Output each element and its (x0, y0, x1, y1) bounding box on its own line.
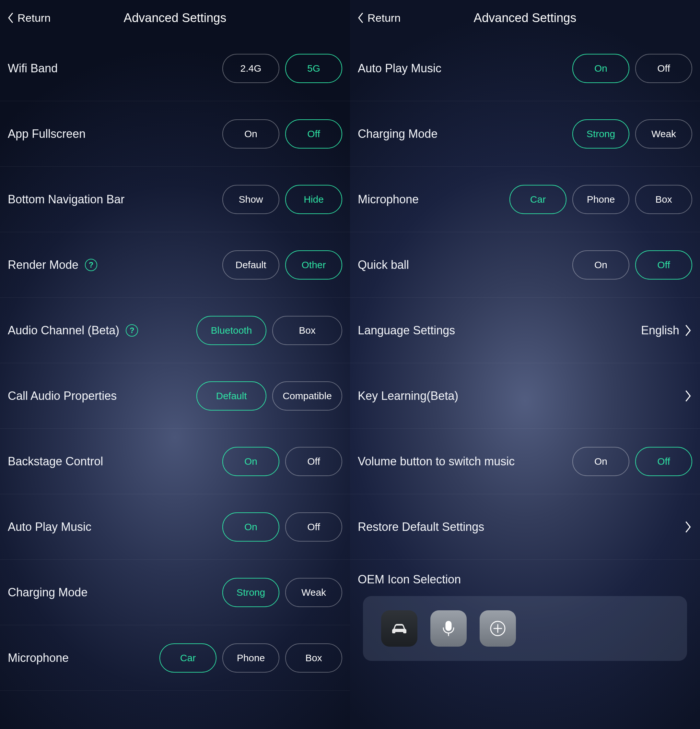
option-off[interactable]: Off (635, 447, 692, 476)
option-show[interactable]: Show (222, 185, 279, 214)
setting-row-quick-ball: Quick ballOnOff (350, 232, 700, 298)
setting-label: Microphone (358, 193, 419, 206)
help-icon[interactable]: ? (85, 259, 97, 271)
return-label: Return (17, 12, 51, 24)
setting-label: Bottom Navigation Bar (8, 193, 125, 206)
chevron-right-icon (684, 520, 692, 534)
header: Return Advanced Settings (0, 0, 350, 36)
option-off[interactable]: Off (285, 447, 342, 476)
setting-label: Call Audio Properties (8, 389, 117, 403)
option-car[interactable]: Car (509, 185, 567, 214)
restore-defaults-row[interactable]: Restore Default Settings (350, 494, 700, 560)
return-button[interactable]: Return (357, 12, 400, 24)
header: Return Advanced Settings (350, 0, 700, 36)
mic-icon (438, 618, 459, 639)
setting-label: Auto Play Music (358, 62, 441, 75)
option-default[interactable]: Default (196, 381, 267, 411)
option-weak[interactable]: Weak (635, 119, 692, 148)
volume-switch-label: Volume button to switch music (358, 455, 514, 468)
setting-label: Audio Channel (Beta) (8, 324, 119, 337)
setting-label: Backstage Control (8, 455, 103, 468)
help-icon[interactable]: ? (126, 324, 138, 337)
setting-label: App Fullscreen (8, 127, 86, 141)
setting-row-call-audio-properties: Call Audio PropertiesDefaultCompatible (0, 363, 350, 429)
option-default[interactable]: Default (222, 250, 279, 280)
option-box[interactable]: Box (272, 316, 342, 345)
setting-label: Auto Play Music (8, 520, 91, 534)
setting-row-auto-play-music: Auto Play MusicOnOff (350, 36, 700, 101)
chevron-right-icon (684, 324, 692, 337)
setting-row-charging-mode: Charging ModeStrongWeak (0, 560, 350, 625)
oem-icon-mic[interactable] (430, 610, 467, 647)
option-off[interactable]: Off (285, 119, 342, 148)
option-on[interactable]: On (222, 513, 279, 542)
chevron-left-icon (357, 12, 365, 24)
option-weak[interactable]: Weak (285, 578, 342, 607)
settings-panel-left: Return Advanced Settings Wifi Band2.4G5G… (0, 0, 350, 729)
setting-row-bottom-navigation-bar: Bottom Navigation BarShowHide (0, 167, 350, 232)
option-car[interactable]: Car (159, 643, 216, 672)
setting-row-backstage-control: Backstage ControlOnOff (0, 429, 350, 494)
setting-row-app-fullscreen: App FullscreenOnOff (0, 101, 350, 167)
setting-label: Charging Mode (8, 586, 87, 599)
setting-label: Microphone (8, 651, 69, 665)
oem-icon-panel (363, 596, 687, 661)
option-phone[interactable]: Phone (222, 643, 279, 672)
setting-row-wifi-band: Wifi Band2.4G5G (0, 36, 350, 101)
option-on[interactable]: On (222, 119, 279, 148)
language-label: Language Settings (358, 324, 455, 337)
setting-row-microphone: MicrophoneCarPhoneBox (350, 167, 700, 232)
key-learning-label: Key Learning(Beta) (358, 389, 458, 403)
option-5g[interactable]: 5G (285, 54, 342, 83)
settings-list-right: Auto Play MusicOnOffCharging ModeStrongW… (350, 36, 700, 298)
page-title: Advanced Settings (124, 11, 226, 25)
option-on[interactable]: On (572, 447, 629, 476)
option-on[interactable]: On (572, 54, 629, 83)
oem-icon-car[interactable] (381, 610, 417, 647)
chevron-left-icon (6, 12, 15, 24)
setting-label: Wifi Band (8, 62, 58, 75)
svg-rect-0 (446, 622, 451, 630)
settings-list-left: Wifi Band2.4G5GApp FullscreenOnOffBottom… (0, 36, 350, 691)
option-off[interactable]: Off (635, 54, 692, 83)
language-settings-row[interactable]: Language Settings English (350, 298, 700, 363)
setting-label: Charging Mode (358, 127, 438, 141)
option-on[interactable]: On (222, 447, 279, 476)
restore-label: Restore Default Settings (358, 520, 484, 534)
option-bluetooth[interactable]: Bluetooth (196, 316, 267, 345)
setting-label: Render Mode (8, 258, 78, 272)
car-icon (389, 618, 410, 639)
language-value: English (641, 324, 679, 337)
return-button[interactable]: Return (6, 12, 51, 24)
setting-row-microphone: MicrophoneCarPhoneBox (0, 625, 350, 691)
volume-switch-row: Volume button to switch music OnOff (350, 429, 700, 494)
oem-section-label: OEM Icon Selection (350, 560, 700, 596)
settings-panel-right: Return Advanced Settings Auto Play Music… (350, 0, 700, 729)
option-phone[interactable]: Phone (572, 185, 629, 214)
option-off[interactable]: Off (635, 250, 692, 280)
option-strong[interactable]: Strong (222, 578, 279, 607)
oem-icon-add[interactable] (480, 610, 516, 647)
setting-row-render-mode: Render Mode?DefaultOther (0, 232, 350, 298)
option-box[interactable]: Box (635, 185, 692, 214)
plus-icon (487, 618, 508, 639)
setting-row-auto-play-music: Auto Play MusicOnOff (0, 494, 350, 560)
option-hide[interactable]: Hide (285, 185, 342, 214)
setting-row-charging-mode: Charging ModeStrongWeak (350, 101, 700, 167)
option-box[interactable]: Box (285, 643, 342, 672)
setting-row-audio-channel-beta: Audio Channel (Beta)?BluetoothBox (0, 298, 350, 363)
option-2-4g[interactable]: 2.4G (222, 54, 279, 83)
option-strong[interactable]: Strong (572, 119, 629, 148)
option-compatible[interactable]: Compatible (272, 381, 342, 411)
option-on[interactable]: On (572, 250, 629, 280)
chevron-right-icon (684, 389, 692, 403)
page-title: Advanced Settings (474, 11, 577, 25)
setting-label: Quick ball (358, 258, 409, 272)
option-off[interactable]: Off (285, 513, 342, 542)
option-other[interactable]: Other (285, 250, 342, 280)
key-learning-row[interactable]: Key Learning(Beta) (350, 363, 700, 429)
return-label: Return (368, 12, 400, 24)
